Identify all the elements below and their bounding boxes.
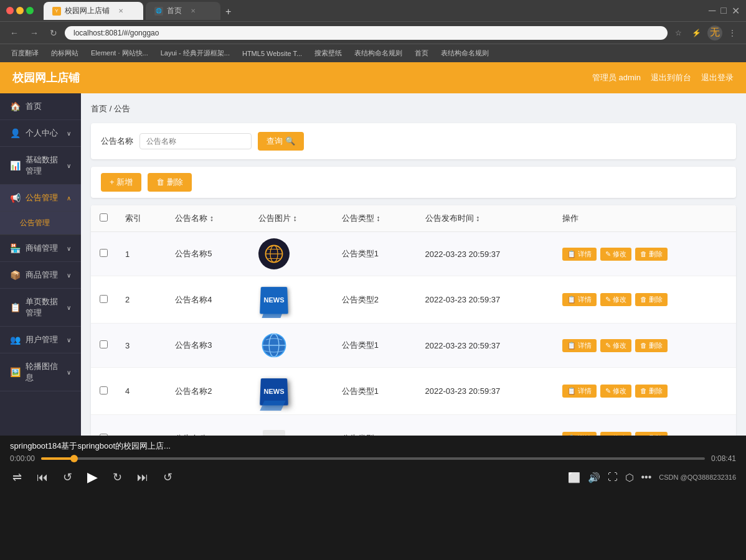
sidebar-submenu: 公告管理 bbox=[0, 212, 81, 235]
search-input[interactable] bbox=[139, 133, 252, 149]
next-button[interactable]: ⏭ bbox=[135, 469, 151, 487]
more-btn[interactable]: ⋮ bbox=[725, 26, 740, 40]
sidebar-announcement-label: 公告管理 bbox=[26, 192, 58, 203]
bookmark-3[interactable]: Layui - 经典开源框架... bbox=[156, 47, 235, 60]
fullscreen-btn[interactable]: ⛶ bbox=[608, 472, 618, 483]
row-checkbox-1[interactable] bbox=[100, 249, 108, 257]
sidebar-item-user[interactable]: 👥 用户管理 ∨ bbox=[0, 327, 81, 353]
sidebar-merchant-label: 商铺管理 bbox=[26, 243, 58, 254]
tab-favicon: Y bbox=[52, 7, 61, 16]
header-name[interactable]: 公告名称 ↕ bbox=[166, 205, 250, 232]
row-img bbox=[250, 232, 333, 276]
delete-button-2[interactable]: 🗑 删除 bbox=[635, 293, 668, 306]
volume-btn[interactable]: 🔊 bbox=[588, 472, 600, 483]
loop-button[interactable]: ↺ bbox=[161, 468, 175, 487]
breadcrumb-home[interactable]: 首页 bbox=[91, 104, 107, 113]
tab-active[interactable]: Y 校园网上店铺 ✕ bbox=[44, 2, 143, 20]
detail-button-1[interactable]: 📋 详情 bbox=[562, 248, 597, 261]
detail-button-4[interactable]: 📋 详情 bbox=[562, 385, 597, 398]
pip-btn[interactable]: ⬡ bbox=[625, 472, 634, 483]
top-nav: 校园网上店铺 管理员 admin 退出到前台 退出登录 bbox=[0, 62, 746, 93]
merchant-icon: 🏪 bbox=[10, 243, 21, 253]
bookmark-btn[interactable]: ☆ bbox=[671, 26, 686, 40]
prev-button[interactable]: ⏮ bbox=[34, 469, 50, 487]
reload-button[interactable]: ↻ bbox=[46, 26, 61, 40]
row-checkbox-cell bbox=[91, 415, 116, 436]
header-time[interactable]: 公告发布时间 ↕ bbox=[417, 205, 554, 232]
video-title: springboot184基于springboot的校园网上店... bbox=[0, 436, 746, 454]
video-player: springboot184基于springboot的校园网上店... 0:00:… bbox=[0, 436, 746, 498]
delete-button-1[interactable]: 🗑 删除 bbox=[635, 248, 668, 261]
row-checkbox-2[interactable] bbox=[100, 295, 108, 303]
row-type: 公告类型1 bbox=[333, 324, 417, 368]
row-ops: 📋 详情 ✎ 修改 🗑 删除 bbox=[554, 324, 736, 368]
sidebar-item-personal[interactable]: 👤 个人中心 ∨ bbox=[0, 120, 81, 147]
logout-link[interactable]: 退出登录 bbox=[701, 72, 734, 83]
bookmark-6[interactable]: 表结构命名规则 bbox=[349, 47, 407, 60]
sidebar-item-carousel[interactable]: 🖼️ 轮播图信息 ∨ bbox=[0, 353, 81, 391]
sidebar-item-merchant[interactable]: 🏪 商铺管理 ∨ bbox=[0, 235, 81, 262]
sidebar-item-announcement[interactable]: 📢 公告管理 ∧ bbox=[0, 185, 81, 212]
forward-button[interactable]: → bbox=[26, 26, 42, 40]
basic-icon: 📊 bbox=[10, 161, 21, 170]
fast-forward-button[interactable]: ↻ bbox=[110, 468, 125, 487]
edit-button-3[interactable]: ✎ 修改 bbox=[600, 339, 631, 352]
tab-inactive[interactable]: 🌐 首页 ✕ bbox=[146, 2, 220, 20]
progress-handle[interactable] bbox=[70, 455, 78, 462]
delete-button-4[interactable]: 🗑 删除 bbox=[635, 385, 668, 398]
bookmark-2[interactable]: Element · 网站快... bbox=[86, 47, 153, 60]
address-bar[interactable] bbox=[65, 26, 668, 40]
sidebar-submenu-announcement[interactable]: 公告管理 bbox=[0, 212, 81, 235]
table-row: 3 公告名称3 公告类型1 2022-03-23 20:59:37 📋 详情 ✎… bbox=[91, 324, 736, 368]
edit-button-1[interactable]: ✎ 修改 bbox=[600, 248, 631, 261]
progress-bar[interactable] bbox=[41, 457, 705, 460]
header-img[interactable]: 公告图片 ↕ bbox=[250, 205, 333, 232]
play-button[interactable]: ▶ bbox=[85, 467, 100, 488]
select-all-checkbox[interactable] bbox=[100, 213, 108, 222]
carousel-icon: 🖼️ bbox=[10, 367, 21, 377]
delete-button-3[interactable]: 🗑 删除 bbox=[635, 339, 668, 352]
edit-button-4[interactable]: ✎ 修改 bbox=[600, 385, 631, 398]
video-controls: ⇌ ⏮ ↺ ▶ ↻ ⏭ ↺ ⬜ 🔊 ⛶ ⬡ ••• CSDN @QQ388823… bbox=[0, 463, 746, 492]
rewind-button[interactable]: ↺ bbox=[60, 468, 75, 487]
shuffle-button[interactable]: ⇌ bbox=[10, 468, 24, 487]
bookmark-8[interactable]: 表结构命名规则 bbox=[436, 47, 494, 60]
add-button[interactable]: + 新增 bbox=[101, 173, 141, 192]
restore-btn[interactable]: □ bbox=[720, 5, 727, 17]
bookmark-0[interactable]: 百度翻译 bbox=[6, 47, 44, 60]
back-button[interactable]: ← bbox=[6, 26, 22, 40]
header-type[interactable]: 公告类型 ↕ bbox=[333, 205, 417, 232]
detail-button-2[interactable]: 📋 详情 bbox=[562, 293, 597, 306]
tab-close-btn[interactable]: ✕ bbox=[118, 7, 123, 14]
go-frontend-link[interactable]: 退出到前台 bbox=[651, 72, 691, 83]
row-checkbox-4[interactable] bbox=[100, 386, 108, 394]
extension-btn[interactable]: ⚡ bbox=[688, 26, 705, 40]
bookmark-5[interactable]: 搜索壁纸 bbox=[309, 47, 347, 60]
edit-button-2[interactable]: ✎ 修改 bbox=[600, 293, 631, 306]
window-close-btn[interactable]: ✕ bbox=[732, 5, 740, 17]
detail-button-3[interactable]: 📋 详情 bbox=[562, 339, 597, 352]
table-row: 1 公告名称5 公告类型1 2022-03-23 20:59:37 📋 详情 ✎… bbox=[91, 232, 736, 276]
sidebar-item-home[interactable]: 🏠 首页 bbox=[0, 93, 81, 120]
admin-link[interactable]: 管理员 admin bbox=[592, 72, 641, 83]
sidebar-item-basic[interactable]: 📊 基础数据管理 ∨ bbox=[0, 147, 81, 185]
sidebar-item-goods[interactable]: 📦 商品管理 ∨ bbox=[0, 262, 81, 289]
header-index: 索引 bbox=[116, 205, 166, 232]
bulk-delete-button[interactable]: 🗑 删除 bbox=[148, 173, 192, 192]
new-tab-button[interactable]: + bbox=[220, 4, 236, 20]
sidebar-item-order[interactable]: 📋 单页数据管理 ∨ bbox=[0, 289, 81, 327]
goods-arrow-icon: ∨ bbox=[67, 272, 71, 279]
more-ctrl-btn[interactable]: ••• bbox=[641, 472, 652, 483]
minimize-btn[interactable]: ─ bbox=[709, 5, 715, 17]
bookmark-7[interactable]: 首页 bbox=[410, 47, 433, 60]
search-button[interactable]: 查询 🔍 bbox=[258, 132, 304, 151]
row-checkbox-cell bbox=[91, 232, 116, 276]
row-time: 2022-03-23 20:59:37 bbox=[417, 368, 554, 415]
screen-btn[interactable]: ⬜ bbox=[568, 472, 580, 483]
row-name: 公告名称4 bbox=[166, 276, 250, 324]
menu-btn[interactable]: 无 bbox=[707, 26, 722, 40]
tab2-close-btn[interactable]: ✕ bbox=[191, 7, 196, 14]
bookmark-4[interactable]: HTML5 Website T... bbox=[237, 48, 307, 59]
row-checkbox-3[interactable] bbox=[100, 340, 108, 348]
bookmark-1[interactable]: 的标网站 bbox=[46, 47, 83, 60]
